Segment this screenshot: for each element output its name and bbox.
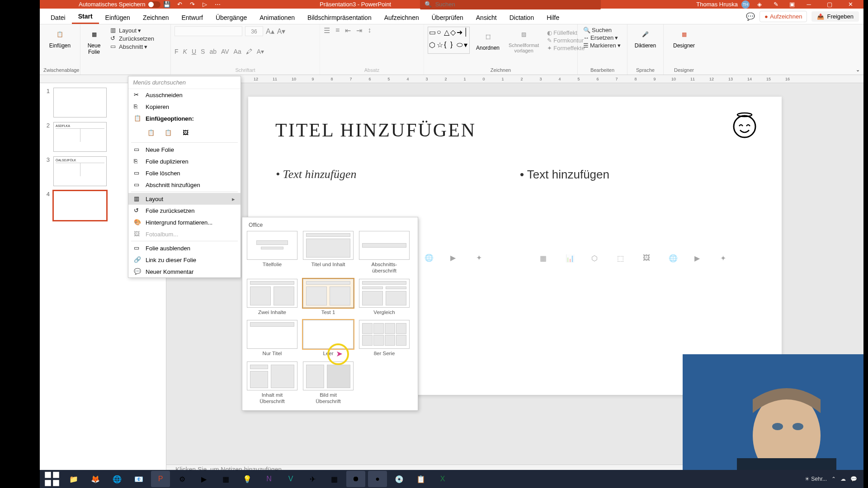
app-icon[interactable]: ▦: [216, 471, 235, 487]
select-button[interactable]: ☰ Markieren ▾: [581, 42, 623, 49]
fill-dropdown[interactable]: ◐ Fülleffekt: [545, 29, 586, 37]
cm-copy[interactable]: ⎘Kopieren: [128, 101, 241, 113]
app-icon[interactable]: 💡: [238, 471, 257, 487]
shape-icon[interactable]: {: [444, 41, 449, 52]
app-icon[interactable]: 📋: [411, 471, 430, 487]
indent-icon[interactable]: ⇥: [356, 26, 362, 35]
cm-layout[interactable]: ▥Layout▸: [128, 193, 241, 205]
shape-icon[interactable]: ▾: [464, 41, 468, 52]
video-icon[interactable]: ▶: [694, 254, 709, 268]
tab-einfuegen[interactable]: Einfügen: [99, 11, 137, 24]
vlc-icon[interactable]: ▶: [194, 471, 213, 487]
powerpoint-icon[interactable]: P: [151, 471, 170, 487]
outdent-icon[interactable]: ⇤: [345, 26, 351, 35]
comments-icon[interactable]: 💬: [746, 12, 755, 21]
tray-chevron-icon[interactable]: ⌃: [831, 476, 836, 482]
replace-button[interactable]: ↔ Ersetzen ▾: [581, 34, 623, 42]
cm-background[interactable]: 🎨Hintergrund formatieren...: [128, 216, 241, 228]
menu-search[interactable]: Menüs durchsuchen: [128, 76, 241, 89]
redo-icon[interactable]: ↷: [187, 0, 198, 10]
paste-picture[interactable]: 🖼: [179, 126, 192, 139]
cm-reset[interactable]: ↺Folie zurücksetzen: [128, 205, 241, 216]
onenote-icon[interactable]: N: [259, 471, 278, 487]
layout-leer[interactable]: [303, 320, 354, 349]
cm-add-section[interactable]: ▭Abschnitt hinzufügen: [128, 179, 241, 191]
user-avatar[interactable]: TH: [741, 0, 750, 9]
dictate-button[interactable]: 🎤Diktieren: [631, 26, 660, 50]
highlight-icon[interactable]: 🖍: [246, 48, 252, 55]
layout-test1[interactable]: [303, 279, 354, 308]
smartart-icon[interactable]: ⬡: [591, 254, 606, 268]
numbering-icon[interactable]: ≡: [335, 26, 340, 35]
paste-keep-source[interactable]: 📋: [145, 126, 157, 139]
user-name[interactable]: Thomas Hruska: [696, 1, 738, 8]
strike-icon[interactable]: S: [201, 48, 205, 55]
app-icon[interactable]: ●: [368, 471, 387, 487]
record-button[interactable]: ● Aufzeichnen: [760, 11, 807, 22]
app-icon[interactable]: 💿: [390, 471, 409, 487]
telegram-icon[interactable]: ✈: [303, 471, 322, 487]
tab-entwurf[interactable]: Entwurf: [175, 11, 209, 24]
decrease-font-icon[interactable]: A▾: [277, 27, 286, 36]
shape-icon[interactable]: ⬭: [457, 41, 463, 52]
cm-link[interactable]: 🔗Link zu dieser Folie: [128, 254, 241, 266]
icon-icon[interactable]: ✦: [476, 253, 491, 268]
section-dropdown[interactable]: ▭Abschnitt ▾: [108, 42, 156, 51]
3d-icon[interactable]: ⬚: [617, 254, 632, 268]
new-slide-button[interactable]: ▦ Neue Folie: [84, 26, 104, 56]
line-spacing-icon[interactable]: ↕: [368, 26, 371, 35]
toggle-icon[interactable]: [148, 1, 160, 8]
online-picture-icon[interactable]: 🌐: [425, 253, 439, 268]
shape-icon[interactable]: ◇: [450, 28, 456, 40]
share-button[interactable]: 📤 Freigeben: [811, 11, 859, 22]
tab-animationen[interactable]: Animationen: [253, 11, 301, 24]
picture-icon[interactable]: 🖼: [643, 254, 657, 268]
close-button[interactable]: ✕: [840, 0, 861, 9]
outline-dropdown[interactable]: ✎ Formkontur: [545, 37, 586, 44]
more-icon[interactable]: ⋯: [212, 0, 223, 10]
tray-icon[interactable]: ☁: [840, 476, 846, 482]
icon-icon[interactable]: ✦: [720, 254, 735, 268]
increase-font-icon[interactable]: A▴: [266, 27, 274, 36]
shape-icon[interactable]: ○: [437, 28, 443, 40]
slide-thumb-3[interactable]: ÖALSDJFÖLK: [53, 156, 107, 186]
chrome-icon[interactable]: 🌐: [108, 471, 127, 487]
reset-button[interactable]: ↺Zurücksetzen: [108, 34, 156, 42]
excel-icon[interactable]: X: [433, 471, 452, 487]
cm-comment[interactable]: 💬Neuer Kommentar: [128, 266, 241, 277]
shape-icon[interactable]: }: [450, 41, 456, 52]
find-button[interactable]: 🔍 Suchen: [581, 26, 623, 34]
from-beginning-icon[interactable]: ▷: [199, 0, 210, 10]
slide-thumb-1[interactable]: [53, 88, 107, 117]
shape-icon[interactable]: │: [464, 28, 468, 40]
firefox-icon[interactable]: 🦊: [86, 471, 105, 487]
smiley-shape[interactable]: [730, 110, 759, 139]
layout-inhalt-ueberschrift[interactable]: [247, 361, 297, 390]
shadow-icon[interactable]: ab: [209, 48, 217, 55]
bold-icon[interactable]: F: [175, 48, 179, 55]
layout-titel-inhalt[interactable]: [303, 231, 354, 260]
tab-start[interactable]: Start: [72, 10, 99, 24]
tab-datei[interactable]: Datei: [44, 11, 72, 24]
designer-button[interactable]: ▦Designer: [667, 26, 701, 50]
tab-uebergaenge[interactable]: Übergänge: [209, 11, 253, 24]
maximize-button[interactable]: ▢: [819, 0, 840, 9]
shape-icon[interactable]: △: [444, 28, 449, 40]
shape-icon[interactable]: ▭: [429, 28, 436, 40]
shape-icon[interactable]: ➜: [457, 28, 463, 40]
layout-zwei-inhalte[interactable]: [247, 279, 297, 308]
layout-titelfolie[interactable]: [247, 231, 297, 260]
diamond-icon[interactable]: ◈: [754, 0, 765, 10]
arrange-button[interactable]: ⬚Anordnen: [473, 28, 502, 52]
table-icon[interactable]: ▦: [540, 254, 554, 268]
tray-icon[interactable]: 💬: [850, 476, 857, 482]
tab-aufzeichnen[interactable]: Aufzeichnen: [378, 11, 425, 24]
fontcolor-icon[interactable]: A▾: [257, 48, 264, 55]
slide-thumb-4[interactable]: [53, 191, 107, 221]
start-button[interactable]: [42, 471, 61, 487]
search-box[interactable]: 🔍: [420, 0, 601, 9]
weather-widget[interactable]: ☀ Sehr...: [805, 476, 827, 482]
tab-dictation[interactable]: Dictation: [503, 11, 540, 24]
save-icon[interactable]: 💾: [161, 0, 172, 10]
tab-bildschirm[interactable]: Bildschirmpräsentation: [301, 11, 378, 24]
